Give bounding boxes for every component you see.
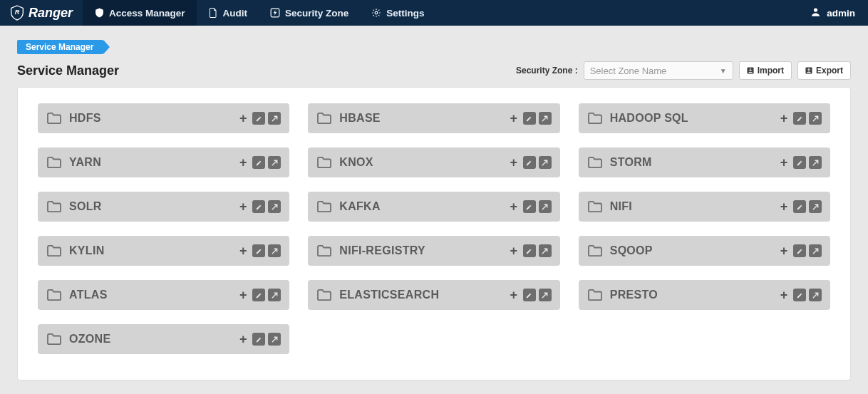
add-service-button[interactable]: + (237, 289, 249, 301)
add-service-button[interactable]: + (507, 156, 520, 169)
zone-select[interactable]: Select Zone Name ▼ (584, 61, 733, 80)
add-service-button[interactable]: + (507, 244, 520, 257)
service-name: PRESTO (610, 289, 658, 301)
service-panel: HDFS + HBASE + HADOO (17, 87, 851, 380)
service-name: KYLIN (69, 244, 105, 257)
service-card-knox: KNOX + (308, 147, 559, 177)
edit-service-button[interactable] (793, 200, 806, 213)
open-service-button[interactable] (809, 289, 822, 301)
import-button[interactable]: Import (739, 61, 792, 80)
import-icon (747, 67, 754, 74)
service-name: STORM (610, 156, 652, 169)
open-service-button[interactable] (268, 244, 281, 257)
edit-service-button[interactable] (252, 112, 265, 125)
folder-icon (46, 200, 62, 213)
add-service-button[interactable]: + (777, 112, 790, 125)
add-service-button[interactable]: + (237, 200, 249, 213)
add-service-button[interactable]: + (507, 289, 520, 301)
folder-icon (46, 244, 62, 257)
nav-audit[interactable]: Audit (197, 0, 259, 26)
add-service-button[interactable]: + (237, 333, 249, 346)
open-service-button[interactable] (268, 200, 281, 213)
user-menu[interactable]: admin (797, 6, 868, 19)
service-name: OZONE (69, 333, 110, 346)
service-card-sqoop: SQOOP + (579, 236, 830, 266)
add-service-button[interactable]: + (237, 156, 249, 169)
service-name: HDFS (69, 112, 101, 125)
open-service-button[interactable] (539, 200, 552, 213)
open-service-button[interactable] (539, 112, 552, 125)
open-service-button[interactable] (809, 112, 822, 125)
top-nav: R Ranger Access Manager Audit Security Z… (0, 0, 868, 26)
service-card-atlas: ATLAS + (38, 280, 289, 310)
service-name: SQOOP (610, 244, 653, 257)
service-card-nifi: NIFI + (579, 192, 830, 222)
open-service-button[interactable] (809, 156, 822, 169)
open-service-button[interactable] (268, 156, 281, 169)
service-name: NIFI-REGISTRY (339, 244, 425, 257)
edit-service-button[interactable] (523, 289, 536, 301)
add-service-button[interactable]: + (507, 200, 520, 213)
svg-point-3 (814, 8, 817, 11)
open-service-button[interactable] (539, 289, 552, 301)
folder-icon (46, 333, 62, 346)
open-service-button[interactable] (268, 333, 281, 346)
breadcrumb[interactable]: Service Manager (17, 40, 103, 54)
open-service-button[interactable] (268, 289, 281, 301)
edit-service-button[interactable] (523, 200, 536, 213)
service-name: SOLR (69, 200, 102, 213)
edit-service-button[interactable] (523, 156, 536, 169)
service-name: ATLAS (69, 289, 108, 301)
add-service-button[interactable]: + (507, 112, 520, 125)
edit-service-button[interactable] (793, 112, 806, 125)
edit-service-button[interactable] (793, 244, 806, 257)
open-service-button[interactable] (809, 200, 822, 213)
edit-service-button[interactable] (793, 156, 806, 169)
export-label: Export (816, 66, 843, 76)
chevron-down-icon: ▼ (720, 67, 727, 75)
open-service-button[interactable] (539, 244, 552, 257)
add-service-button[interactable]: + (777, 156, 790, 169)
folder-icon (46, 289, 62, 301)
edit-service-button[interactable] (523, 244, 536, 257)
edit-service-button[interactable] (252, 200, 265, 213)
service-name: ELASTICSEARCH (339, 289, 439, 301)
bolt-icon (270, 8, 280, 18)
folder-icon (316, 112, 332, 125)
service-name: HBASE (339, 112, 381, 125)
ranger-shield-icon: R (10, 5, 24, 21)
edit-service-button[interactable] (252, 333, 265, 346)
service-name: HADOOP SQL (610, 112, 688, 125)
add-service-button[interactable]: + (777, 289, 790, 301)
service-card-elasticsearch: ELASTICSEARCH + (308, 280, 559, 310)
user-icon (810, 6, 821, 19)
add-service-button[interactable]: + (777, 200, 790, 213)
edit-service-button[interactable] (523, 112, 536, 125)
open-service-button[interactable] (268, 112, 281, 125)
service-name: NIFI (610, 200, 632, 213)
export-button[interactable]: Export (797, 61, 851, 80)
service-card-yarn: YARN + (38, 147, 289, 177)
user-name: admin (827, 8, 855, 19)
open-service-button[interactable] (809, 244, 822, 257)
service-name: KAFKA (339, 200, 381, 213)
add-service-button[interactable]: + (777, 244, 790, 257)
svg-text:R: R (15, 9, 20, 16)
folder-icon (46, 156, 62, 169)
edit-service-button[interactable] (252, 156, 265, 169)
folder-icon (587, 289, 603, 301)
add-service-button[interactable]: + (237, 244, 249, 257)
nav-label: Audit (223, 8, 248, 19)
edit-service-button[interactable] (252, 289, 265, 301)
nav-security-zone[interactable]: Security Zone (259, 0, 360, 26)
open-service-button[interactable] (539, 156, 552, 169)
edit-service-button[interactable] (793, 289, 806, 301)
service-card-solr: SOLR + (38, 192, 289, 222)
nav-settings[interactable]: Settings (360, 0, 435, 26)
add-service-button[interactable]: + (237, 112, 249, 125)
app-logo[interactable]: R Ranger (0, 0, 83, 26)
folder-icon (316, 289, 332, 301)
folder-icon (587, 200, 603, 213)
nav-access-manager[interactable]: Access Manager (83, 0, 197, 26)
edit-service-button[interactable] (252, 244, 265, 257)
